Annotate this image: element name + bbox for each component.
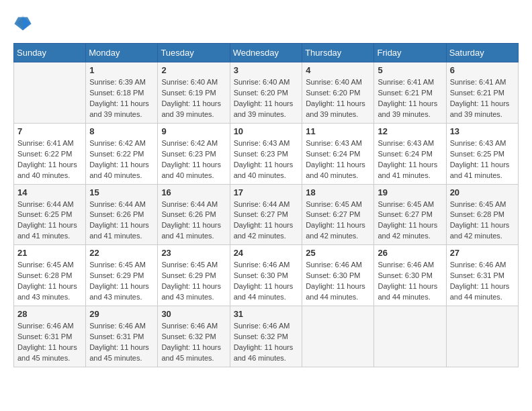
daylight-text: Daylight: 11 hours and 39 minutes. xyxy=(306,99,365,118)
sunset-text: Sunset: 6:23 PM xyxy=(234,150,288,158)
sunset-text: Sunset: 6:31 PM xyxy=(450,271,504,279)
calendar-cell: 28Sunrise: 6:46 AMSunset: 6:31 PMDayligh… xyxy=(14,306,86,367)
sunrise-text: Sunrise: 6:42 AM xyxy=(161,139,218,147)
daylight-text: Daylight: 11 hours and 39 minutes. xyxy=(378,99,437,118)
calendar-cell: 5Sunrise: 6:41 AMSunset: 6:21 PMDaylight… xyxy=(374,62,446,124)
day-detail: Sunrise: 6:46 AMSunset: 6:31 PMDaylight:… xyxy=(89,321,154,364)
day-number: 9 xyxy=(161,126,226,136)
weekday-header-saturday: Saturday xyxy=(446,44,518,62)
sunrise-text: Sunrise: 6:45 AM xyxy=(378,200,434,208)
sunrise-text: Sunrise: 6:41 AM xyxy=(450,78,506,86)
calendar-week-row: 1Sunrise: 6:39 AMSunset: 6:18 PMDaylight… xyxy=(14,62,519,124)
sunset-text: Sunset: 6:24 PM xyxy=(306,150,360,158)
logo xyxy=(13,13,35,32)
calendar-cell: 20Sunrise: 6:45 AMSunset: 6:28 PMDayligh… xyxy=(446,184,518,245)
sunset-text: Sunset: 6:27 PM xyxy=(234,210,288,218)
sunrise-text: Sunrise: 6:45 AM xyxy=(17,261,74,269)
day-detail: Sunrise: 6:46 AMSunset: 6:31 PMDaylight:… xyxy=(450,260,515,303)
daylight-text: Daylight: 11 hours and 44 minutes. xyxy=(378,282,437,301)
weekday-header-tuesday: Tuesday xyxy=(158,44,230,62)
sunset-text: Sunset: 6:27 PM xyxy=(306,210,360,218)
sunset-text: Sunset: 6:21 PM xyxy=(450,89,504,97)
daylight-text: Daylight: 11 hours and 41 minutes. xyxy=(378,161,437,179)
day-number: 27 xyxy=(450,248,515,258)
calendar-cell: 30Sunrise: 6:46 AMSunset: 6:32 PMDayligh… xyxy=(158,306,230,367)
day-number: 2 xyxy=(161,65,226,75)
calendar-week-row: 28Sunrise: 6:46 AMSunset: 6:31 PMDayligh… xyxy=(14,306,519,367)
sunrise-text: Sunrise: 6:44 AM xyxy=(89,200,146,208)
sunrise-text: Sunrise: 6:42 AM xyxy=(89,139,146,147)
sunrise-text: Sunrise: 6:46 AM xyxy=(378,261,434,269)
sunset-text: Sunset: 6:32 PM xyxy=(234,332,288,340)
daylight-text: Daylight: 11 hours and 39 minutes. xyxy=(234,99,294,118)
day-detail: Sunrise: 6:44 AMSunset: 6:26 PMDaylight:… xyxy=(89,199,154,242)
day-detail: Sunrise: 6:45 AMSunset: 6:28 PMDaylight:… xyxy=(17,260,82,303)
day-number: 10 xyxy=(234,126,299,136)
day-number: 16 xyxy=(161,187,226,197)
sunset-text: Sunset: 6:29 PM xyxy=(161,271,216,279)
daylight-text: Daylight: 11 hours and 40 minutes. xyxy=(306,161,365,179)
day-detail: Sunrise: 6:41 AMSunset: 6:21 PMDaylight:… xyxy=(378,77,442,120)
day-detail: Sunrise: 6:45 AMSunset: 6:28 PMDaylight:… xyxy=(450,199,515,242)
daylight-text: Daylight: 11 hours and 46 minutes. xyxy=(234,343,294,362)
day-number: 19 xyxy=(378,187,442,197)
sunrise-text: Sunrise: 6:43 AM xyxy=(306,139,362,147)
sunset-text: Sunset: 6:25 PM xyxy=(450,150,504,158)
sunset-text: Sunset: 6:28 PM xyxy=(450,210,504,218)
daylight-text: Daylight: 11 hours and 40 minutes. xyxy=(17,161,77,179)
sunrise-text: Sunrise: 6:39 AM xyxy=(89,78,146,86)
day-number: 3 xyxy=(234,65,299,75)
sunset-text: Sunset: 6:27 PM xyxy=(378,210,432,218)
weekday-header-wednesday: Wednesday xyxy=(230,44,302,62)
sunrise-text: Sunrise: 6:46 AM xyxy=(17,322,74,330)
calendar-cell: 27Sunrise: 6:46 AMSunset: 6:31 PMDayligh… xyxy=(446,245,518,306)
sunset-text: Sunset: 6:31 PM xyxy=(17,332,72,340)
sunrise-text: Sunrise: 6:45 AM xyxy=(306,200,362,208)
day-number: 18 xyxy=(306,187,370,197)
day-number: 14 xyxy=(17,187,82,197)
sunset-text: Sunset: 6:26 PM xyxy=(161,210,216,218)
calendar-cell: 6Sunrise: 6:41 AMSunset: 6:21 PMDaylight… xyxy=(446,62,518,124)
day-number: 29 xyxy=(89,309,154,319)
day-detail: Sunrise: 6:44 AMSunset: 6:25 PMDaylight:… xyxy=(17,199,82,242)
sunset-text: Sunset: 6:24 PM xyxy=(378,150,432,158)
daylight-text: Daylight: 11 hours and 39 minutes. xyxy=(450,99,510,118)
calendar-cell: 11Sunrise: 6:43 AMSunset: 6:24 PMDayligh… xyxy=(302,123,374,184)
calendar-table: SundayMondayTuesdayWednesdayThursdayFrid… xyxy=(13,43,519,367)
day-detail: Sunrise: 6:43 AMSunset: 6:25 PMDaylight:… xyxy=(450,138,515,181)
sunrise-text: Sunrise: 6:46 AM xyxy=(234,322,290,330)
day-detail: Sunrise: 6:39 AMSunset: 6:18 PMDaylight:… xyxy=(89,77,154,120)
sunrise-text: Sunrise: 6:45 AM xyxy=(450,200,506,208)
daylight-text: Daylight: 11 hours and 39 minutes. xyxy=(161,99,221,118)
day-detail: Sunrise: 6:46 AMSunset: 6:31 PMDaylight:… xyxy=(17,321,82,364)
daylight-text: Daylight: 11 hours and 43 minutes. xyxy=(17,282,77,301)
day-detail: Sunrise: 6:45 AMSunset: 6:29 PMDaylight:… xyxy=(161,260,226,303)
day-number: 17 xyxy=(234,187,299,197)
calendar-cell: 18Sunrise: 6:45 AMSunset: 6:27 PMDayligh… xyxy=(302,184,374,245)
sunrise-text: Sunrise: 6:41 AM xyxy=(17,139,74,147)
day-detail: Sunrise: 6:46 AMSunset: 6:30 PMDaylight:… xyxy=(378,260,442,303)
sunset-text: Sunset: 6:30 PM xyxy=(378,271,432,279)
day-detail: Sunrise: 6:46 AMSunset: 6:32 PMDaylight:… xyxy=(161,321,226,364)
daylight-text: Daylight: 11 hours and 44 minutes. xyxy=(450,282,510,301)
sunrise-text: Sunrise: 6:43 AM xyxy=(378,139,434,147)
calendar-cell xyxy=(14,62,86,124)
day-number: 23 xyxy=(161,248,226,258)
weekday-header-sunday: Sunday xyxy=(14,44,86,62)
day-number: 11 xyxy=(306,126,370,136)
day-detail: Sunrise: 6:45 AMSunset: 6:27 PMDaylight:… xyxy=(378,199,442,242)
daylight-text: Daylight: 11 hours and 40 minutes. xyxy=(161,161,221,179)
day-number: 6 xyxy=(450,65,515,75)
daylight-text: Daylight: 11 hours and 43 minutes. xyxy=(89,282,149,301)
calendar-cell xyxy=(374,306,446,367)
daylight-text: Daylight: 11 hours and 40 minutes. xyxy=(89,161,149,179)
weekday-header-row: SundayMondayTuesdayWednesdayThursdayFrid… xyxy=(14,44,519,62)
calendar-cell: 4Sunrise: 6:40 AMSunset: 6:20 PMDaylight… xyxy=(302,62,374,124)
sunset-text: Sunset: 6:32 PM xyxy=(161,332,216,340)
day-detail: Sunrise: 6:40 AMSunset: 6:20 PMDaylight:… xyxy=(234,77,299,120)
day-number: 13 xyxy=(450,126,515,136)
daylight-text: Daylight: 11 hours and 42 minutes. xyxy=(234,221,294,240)
daylight-text: Daylight: 11 hours and 43 minutes. xyxy=(161,282,221,301)
calendar-cell: 7Sunrise: 6:41 AMSunset: 6:22 PMDaylight… xyxy=(14,123,86,184)
calendar-cell: 22Sunrise: 6:45 AMSunset: 6:29 PMDayligh… xyxy=(86,245,158,306)
